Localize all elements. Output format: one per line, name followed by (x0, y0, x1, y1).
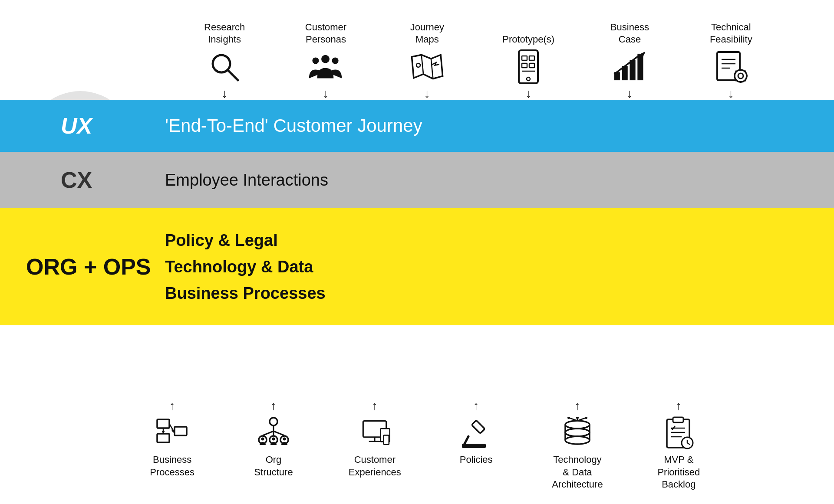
top-item-technical: Technical Feasibility (680, 21, 781, 100)
prototypes-label: Prototype(s) (502, 33, 554, 46)
personas-icon (308, 49, 343, 84)
band-ux: UX 'End-To-End' Customer Journey (0, 100, 834, 152)
arrow-down-research: ↓ (221, 88, 227, 100)
svg-line-30 (735, 71, 737, 72)
svg-rect-11 (522, 63, 527, 68)
business-case-icon (612, 49, 647, 84)
technical-feasibility-label: Technical Feasibility (710, 21, 752, 46)
cx-label: Customer Experiences (349, 454, 401, 478)
svg-line-6 (431, 59, 433, 79)
band-cx: CX Employee Interactions (0, 152, 834, 208)
arrow-up-biz-process: ↑ (169, 400, 175, 412)
svg-line-45 (274, 431, 284, 435)
svg-rect-36 (175, 427, 187, 435)
org-structure-icon (256, 416, 291, 450)
svg-point-14 (527, 77, 530, 81)
arrow-down-prototype: ↓ (525, 88, 531, 100)
svg-line-1 (228, 70, 238, 80)
org-content: Policy & Legal Technology & Data Busines… (165, 231, 326, 303)
cx-icon (357, 416, 392, 450)
org-line-1: Policy & Legal (165, 231, 326, 250)
ux-label: UX (61, 113, 92, 139)
svg-point-66 (565, 436, 590, 444)
svg-point-50 (272, 438, 275, 441)
svg-rect-34 (157, 419, 169, 428)
svg-line-31 (745, 80, 746, 81)
arrow-down-technical: ↓ (728, 88, 734, 100)
arrow-up-mvp: ↑ (676, 400, 682, 412)
arrow-up-org: ↑ (270, 400, 277, 412)
arrow-up-policies: ↑ (473, 400, 479, 412)
policies-icon (459, 416, 494, 450)
svg-point-51 (283, 438, 286, 441)
business-case-label: Business Case (610, 21, 649, 46)
arrow-down-business-case: ↓ (626, 88, 633, 100)
top-item-journey: Journey Maps ↓ (376, 21, 478, 100)
bottom-item-org-structure: ↑ (223, 400, 324, 478)
svg-point-72 (585, 417, 587, 419)
bottom-item-policies: ↑ Policies (425, 400, 527, 466)
journey-maps-label: Journey Maps (410, 21, 444, 46)
svg-point-3 (313, 57, 319, 64)
bottom-icons-row: ↑ Business Processes ↑ (122, 400, 729, 491)
search-icon (207, 49, 242, 84)
top-icons-row: Research Insights ↓ Customer Personas (174, 21, 782, 100)
arrow-up-cx: ↑ (372, 400, 378, 412)
svg-point-63 (565, 429, 590, 436)
svg-point-49 (261, 438, 264, 441)
svg-rect-9 (522, 56, 527, 60)
mvp-icon (661, 416, 696, 450)
arrow-down-personas: ↓ (323, 88, 329, 100)
band-org: ORG + OPS Policy & Legal Technology & Da… (0, 208, 834, 325)
mvp-label: MVP & Prioritised Backlog (657, 454, 700, 491)
org-structure-label: Org Structure (254, 454, 293, 478)
svg-point-71 (576, 417, 579, 419)
svg-line-43 (263, 431, 274, 435)
svg-rect-17 (630, 60, 636, 80)
top-item-prototype: Prototype(s) ↓ (478, 33, 579, 100)
svg-point-70 (567, 417, 570, 419)
svg-point-60 (565, 421, 590, 429)
arrow-up-tech-data: ↑ (574, 400, 580, 412)
top-section: Research Insights ↓ Customer Personas (0, 0, 834, 100)
svg-line-5 (421, 55, 423, 74)
customer-personas-label: Customer Personas (305, 21, 346, 46)
svg-rect-57 (472, 420, 485, 433)
svg-rect-12 (529, 63, 534, 68)
org-line-2: Technology & Data (165, 258, 326, 276)
research-insights-label: Research Insights (204, 21, 245, 46)
org-label: ORG + OPS (26, 254, 151, 280)
policies-label: Policies (460, 454, 493, 466)
prototype-icon (511, 49, 546, 84)
svg-point-41 (270, 418, 277, 425)
arrow-down-journey: ↓ (424, 88, 430, 100)
map-icon (410, 49, 445, 84)
top-item-personas: Customer Personas ↓ (275, 21, 376, 100)
svg-rect-10 (529, 56, 534, 60)
cx-label: CX (61, 167, 92, 193)
biz-process-label: Business Processes (150, 454, 194, 478)
tech-data-icon (560, 416, 595, 450)
technical-icon (714, 49, 748, 84)
tech-data-label: Technology & Data Architecture (552, 454, 603, 491)
svg-line-33 (745, 71, 746, 72)
svg-rect-18 (638, 53, 643, 80)
top-item-business-case: Business Case ↓ (579, 21, 680, 100)
svg-rect-35 (157, 434, 169, 442)
biz-process-icon (155, 416, 190, 450)
bottom-item-biz-process: ↑ Business Processes (122, 400, 223, 478)
cx-content: Employee Interactions (165, 171, 328, 190)
svg-point-4 (332, 57, 339, 64)
bottom-item-tech-data: ↑ (527, 400, 628, 491)
svg-rect-74 (673, 417, 683, 422)
svg-line-32 (735, 80, 737, 81)
svg-point-2 (322, 55, 330, 63)
svg-point-7 (416, 63, 420, 67)
org-line-3: Business Processes (165, 284, 326, 303)
top-item-research: Research Insights ↓ (174, 21, 275, 100)
svg-rect-59 (462, 444, 486, 448)
bands-container: UX 'End-To-End' Customer Journey CX Empl… (0, 100, 834, 325)
bottom-section: ↑ Business Processes ↑ (0, 396, 834, 504)
bottom-item-cx: ↑ Customer Experiences (324, 400, 425, 478)
ux-content: 'End-To-End' Customer Journey (165, 115, 422, 136)
